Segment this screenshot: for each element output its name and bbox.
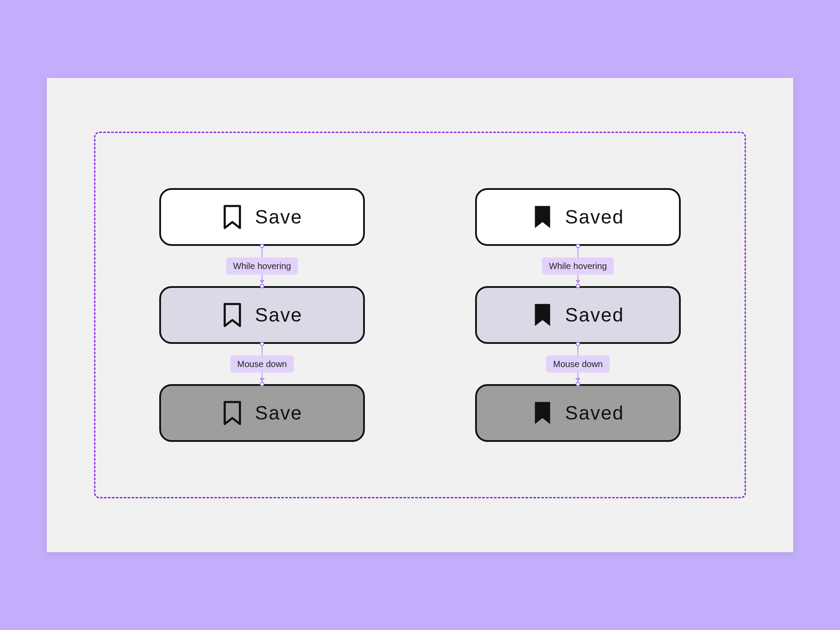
save-button-label: Save	[255, 304, 302, 326]
bookmark-outline-icon	[222, 400, 243, 426]
transition-mousedown-connector: Mouse down	[475, 344, 681, 384]
save-button-label: Save	[255, 206, 302, 228]
bookmark-filled-icon	[532, 204, 553, 230]
bookmark-outline-icon	[222, 204, 243, 230]
connector-arrow-icon	[259, 280, 265, 284]
save-button-label: Save	[255, 402, 302, 424]
transition-mousedown-connector: Mouse down	[159, 344, 365, 384]
save-button-default[interactable]: Save	[159, 188, 365, 246]
connector-arrow-icon	[259, 378, 265, 382]
bookmark-filled-icon	[532, 400, 553, 426]
connector-end-dot	[260, 382, 264, 386]
saved-button-default[interactable]: Saved	[475, 188, 681, 246]
connector-arrow-icon	[575, 280, 581, 284]
transition-label-hover: While hovering	[542, 258, 614, 275]
bookmark-outline-icon	[222, 302, 243, 328]
transition-label-mousedown: Mouse down	[546, 356, 609, 373]
transition-label-mousedown: Mouse down	[230, 356, 294, 373]
saved-button-label: Saved	[565, 304, 624, 326]
connector-end-dot	[576, 284, 580, 288]
save-button-hover[interactable]: Save	[159, 286, 365, 344]
save-state-column: Save While hovering Save Mouse	[159, 188, 365, 442]
saved-button-label: Saved	[565, 206, 624, 228]
bookmark-filled-icon	[532, 302, 553, 328]
saved-state-column: Saved While hovering Saved Mou	[475, 188, 681, 442]
saved-button-pressed[interactable]: Saved	[475, 384, 681, 442]
saved-button-label: Saved	[565, 402, 624, 424]
transition-label-hover: While hovering	[226, 258, 298, 275]
transition-hover-connector: While hovering	[159, 246, 365, 286]
connector-end-dot	[576, 382, 580, 386]
connector-arrow-icon	[575, 378, 581, 382]
connector-end-dot	[260, 284, 264, 288]
selection-frame: Save While hovering Save Mouse	[94, 132, 746, 498]
save-button-pressed[interactable]: Save	[159, 384, 365, 442]
transition-hover-connector: While hovering	[475, 246, 681, 286]
canvas-card: Save While hovering Save Mouse	[47, 78, 793, 552]
saved-button-hover[interactable]: Saved	[475, 286, 681, 344]
